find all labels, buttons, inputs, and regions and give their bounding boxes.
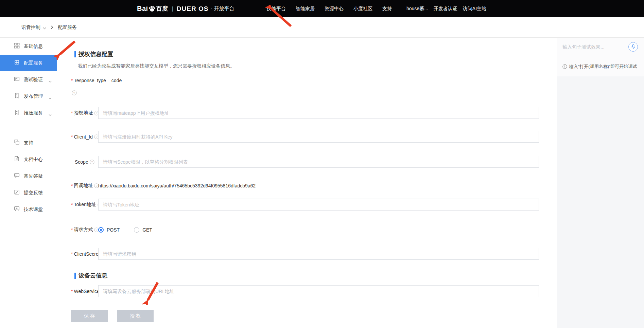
developer-cert-link[interactable]: 开发者认证 bbox=[434, 6, 457, 12]
sidebar-item-label: 发布管理 bbox=[24, 93, 43, 99]
radio-selected-icon bbox=[98, 227, 104, 233]
required-marker: * bbox=[71, 227, 73, 233]
required-marker: * bbox=[71, 110, 73, 116]
callback-url-value: https://xiaodu.baidu.com/saiya/auth/7546… bbox=[98, 183, 256, 188]
sidebar-item-basic-info[interactable]: 基础信息 bbox=[0, 38, 57, 55]
radio-label: GET bbox=[142, 227, 152, 233]
grid-icon bbox=[14, 43, 20, 50]
test-panel-divider bbox=[562, 56, 638, 56]
field-label: ClientSecret bbox=[74, 251, 100, 257]
field-label: Token地址 bbox=[74, 202, 96, 208]
section-header-auth: 授权信息配置 bbox=[71, 50, 557, 58]
top-nav-bar: Bai 百度 | DUER OS · 开放平台 技能平台 智能家居 资源中心 小… bbox=[0, 0, 644, 17]
svg-text:?: ? bbox=[73, 91, 75, 95]
response-type-value: code bbox=[111, 78, 122, 83]
nav-item-xiaodu-community[interactable]: 小度社区 bbox=[353, 6, 372, 12]
scope-input[interactable] bbox=[98, 156, 539, 168]
auth-url-input[interactable] bbox=[98, 107, 539, 119]
form-row-client-secret: * ClientSecret ? bbox=[71, 248, 557, 260]
required-marker: * bbox=[71, 202, 73, 207]
open-platform-label: · 开放平台 bbox=[211, 5, 234, 12]
client-secret-input[interactable] bbox=[98, 248, 539, 260]
test-panel-hint: 输入“打开(调用名称)”即可开始调试 bbox=[562, 64, 638, 70]
nav-item-smart-home[interactable]: 智能家居 bbox=[296, 6, 315, 12]
sidebar-item-label: 支持 bbox=[24, 140, 33, 146]
username[interactable]: house慕... bbox=[406, 6, 428, 12]
sidebar-item-config-service[interactable]: 配置服务 bbox=[0, 55, 57, 71]
form-buttons: 保 存 授 权 bbox=[71, 310, 557, 322]
baidu-logo-text: Bai bbox=[137, 5, 148, 13]
webservice-input[interactable] bbox=[98, 285, 539, 297]
token-url-input[interactable] bbox=[98, 199, 539, 211]
form-row-response-type: * response_type code bbox=[71, 78, 557, 83]
nav-item-skill-platform[interactable]: 技能平台 bbox=[267, 6, 286, 12]
radio-label: POST bbox=[107, 227, 120, 233]
radio-get[interactable]: GET bbox=[134, 227, 152, 233]
nav-item-resource-center[interactable]: 资源中心 bbox=[325, 6, 344, 12]
required-marker: * bbox=[71, 78, 74, 83]
field-label: 授权地址 bbox=[74, 110, 93, 116]
svg-text:?: ? bbox=[96, 184, 98, 187]
presentation-icon bbox=[14, 206, 20, 213]
form-row-auth-url: * 授权地址 ? bbox=[71, 107, 557, 119]
sidebar-item-label: 测试验证 bbox=[24, 77, 43, 83]
sidebar-item-publish-manage[interactable]: 发布管理 bbox=[0, 88, 57, 105]
edit-icon bbox=[14, 189, 20, 196]
sidebar-item-test-verify[interactable]: 测试验证 bbox=[0, 71, 57, 88]
required-marker: * bbox=[71, 289, 73, 294]
baidu-paw-icon bbox=[149, 5, 156, 12]
help-icon[interactable]: ? bbox=[90, 160, 94, 164]
section-accent-bar bbox=[74, 51, 76, 57]
sidebar-item-push-service[interactable]: 推送服务 bbox=[0, 105, 57, 121]
svg-text:?: ? bbox=[96, 111, 98, 114]
sidebar-item-support[interactable]: 支持 bbox=[0, 134, 57, 151]
card-icon bbox=[14, 76, 20, 83]
required-marker: * bbox=[71, 134, 73, 140]
form-row-scope: Scope ? bbox=[71, 156, 557, 168]
brand-logo[interactable]: Bai 百度 | DUER OS · 开放平台 bbox=[137, 0, 234, 17]
sidebar-group-gap bbox=[0, 121, 57, 134]
breadcrumb-parent[interactable]: 语音控制 bbox=[21, 24, 40, 31]
client-id-input[interactable] bbox=[98, 131, 539, 143]
sidebar-item-label: 基础信息 bbox=[24, 43, 43, 50]
info-icon bbox=[562, 64, 567, 70]
radio-post[interactable]: POST bbox=[98, 227, 120, 233]
form-row-callback-url: * 回调地址 ? https://xiaodu.baidu.com/saiya/… bbox=[71, 182, 557, 189]
form-row-request-method: * 请求方式 ? POST GET bbox=[71, 226, 557, 233]
dueros-logo-text: DUER OS bbox=[177, 5, 209, 13]
section-description: 我们已经为您生成智能家居类技能交互模型，您只需要授权相应设备信息。 bbox=[78, 63, 557, 69]
form-row-webservice: * WebService ? bbox=[71, 285, 557, 297]
main-content: 授权信息配置 我们已经为您生成智能家居类技能交互模型，您只需要授权相应设备信息。… bbox=[57, 38, 557, 328]
sidebar-item-label: 推送服务 bbox=[24, 110, 43, 116]
sidebar-item-label: 技术课堂 bbox=[24, 206, 43, 213]
test-hint-text: 输入“打开(调用名称)”即可开始调试 bbox=[569, 64, 637, 69]
nav-item-support[interactable]: 支持 bbox=[382, 6, 392, 12]
top-nav-links: 技能平台 智能家居 资源中心 小度社区 支持 bbox=[267, 0, 392, 17]
copy-icon bbox=[14, 139, 20, 146]
sidebar-item-tech-class[interactable]: 技术课堂 bbox=[0, 201, 57, 218]
chevron-down-icon[interactable] bbox=[43, 25, 46, 31]
sidebar-item-faq[interactable]: 常见答疑 bbox=[0, 168, 57, 184]
breadcrumb-current: 配置服务 bbox=[58, 24, 77, 31]
field-label: Scope bbox=[75, 159, 88, 165]
clover-icon bbox=[14, 59, 20, 67]
test-sentence-input[interactable] bbox=[562, 44, 622, 50]
section-header-device-cloud: 设备云信息 bbox=[71, 272, 557, 279]
field-label: WebService bbox=[74, 289, 99, 294]
required-marker: * bbox=[71, 183, 73, 188]
test-panel-top: 输入“打开(调用名称)”即可开始调试 bbox=[557, 38, 644, 76]
chat-icon bbox=[14, 172, 20, 180]
authorize-button[interactable]: 授 权 bbox=[117, 310, 154, 322]
request-method-radio-group: POST GET bbox=[98, 227, 152, 233]
section-title: 授权信息配置 bbox=[79, 50, 113, 58]
section-accent-bar bbox=[74, 273, 76, 279]
visit-ai-site-link[interactable]: 访问AI主站 bbox=[463, 6, 486, 12]
sidebar-item-doc-center[interactable]: 文档中心 bbox=[0, 151, 57, 168]
response-type-help[interactable]: ? bbox=[72, 90, 557, 97]
breadcrumb: 语音控制 配置服务 bbox=[0, 17, 644, 38]
microphone-button[interactable] bbox=[628, 42, 638, 52]
save-button[interactable]: 保 存 bbox=[71, 310, 108, 322]
field-label: Client_Id bbox=[74, 134, 92, 140]
sidebar-item-feedback[interactable]: 提交反馈 bbox=[0, 184, 57, 201]
field-label: response_type bbox=[75, 78, 106, 83]
